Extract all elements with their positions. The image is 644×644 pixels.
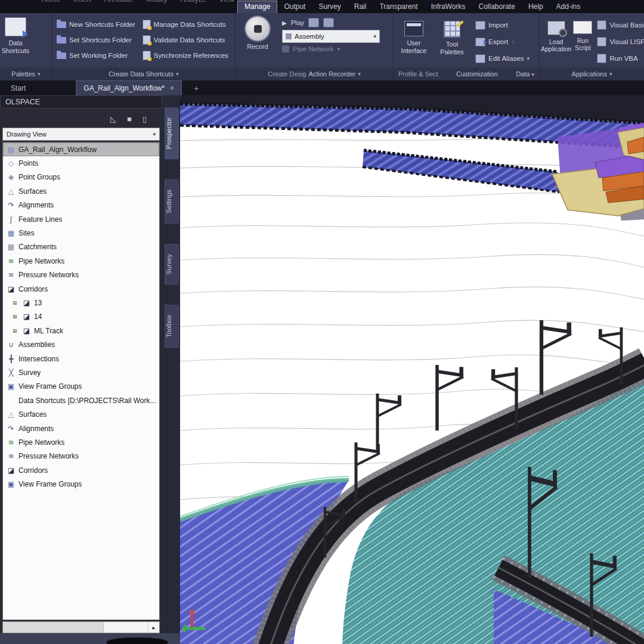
- feature-lines-icon: ∫: [7, 215, 16, 224]
- action-recorder-panel-footer[interactable]: Create Desig Action Recorder ▾: [236, 67, 393, 80]
- insert-base-point-icon[interactable]: [308, 18, 319, 27]
- visual-lisp-button[interactable]: Visual LISP: [594, 33, 644, 50]
- close-icon[interactable]: ×: [170, 84, 174, 92]
- tree-item-13[interactable]: ⊞◪13: [3, 296, 159, 309]
- tree-item-assemblies[interactable]: ∪Assemblies: [3, 338, 159, 351]
- ribbon-tab-add-ins[interactable]: Add-ins: [550, 1, 587, 13]
- civil3d-window: HomeInsertAnnotateModifyAnalyzeView Mana…: [0, 0, 644, 644]
- synchronize-references-button[interactable]: Synchronize References: [140, 48, 231, 63]
- tree-item-14[interactable]: ⊞◪14: [3, 310, 159, 324]
- chevron-down-icon: ▾: [176, 71, 179, 77]
- scrollbar-thumb[interactable]: [3, 622, 104, 633]
- run-script-button[interactable]: Run Script: [573, 17, 592, 67]
- validate-data-shortcuts-button[interactable]: Validate Data Shortcuts: [140, 32, 231, 48]
- customization-panel-footer[interactable]: Profile & Sect Customization Data ▾: [394, 67, 539, 80]
- tree-item-ga-rail-algn-workflow[interactable]: ▤GA_Rail_Algn_Workflow: [3, 143, 159, 156]
- alignments-icon: ↷: [7, 425, 16, 433]
- tree-item-corridors[interactable]: ◪Corridors: [3, 463, 159, 477]
- view-selector-dropdown[interactable]: Drawing View ▾: [2, 128, 160, 141]
- tree-item-label: Pressure Networks: [18, 271, 79, 279]
- assembly-dropdown[interactable]: Assembly ▾: [282, 30, 380, 43]
- play-button[interactable]: ▶ Play: [282, 18, 380, 27]
- visual-basic-button[interactable]: Visual Basic: [594, 17, 644, 33]
- horizontal-scrollbar[interactable]: ▸: [2, 621, 160, 633]
- insert-message-icon[interactable]: [323, 18, 334, 27]
- set-shortcuts-folder-button[interactable]: Set Shortcuts Folder: [54, 32, 138, 48]
- ribbon-tab-infraworks[interactable]: InfraWorks: [425, 1, 472, 13]
- tree-item-intersections[interactable]: ╋Intersections: [3, 352, 159, 366]
- tree-item-alignments[interactable]: ↷Alignments: [3, 422, 159, 435]
- action-recorder-panel: Record ▶ Play Assembly ▾: [236, 13, 394, 80]
- export-button[interactable]: Export ○: [472, 33, 532, 50]
- tree-item-survey[interactable]: ╳Survey: [3, 366, 159, 379]
- tree-item-pressure-networks[interactable]: ≋Pressure Networks: [3, 268, 159, 282]
- ribbon-tab-transparent[interactable]: Transparent: [373, 1, 424, 13]
- tree-item-surfaces[interactable]: △Surfaces: [3, 407, 159, 421]
- edit-aliases-button[interactable]: Edit Aliases ▾: [472, 50, 532, 67]
- run-vba-icon: [597, 54, 606, 63]
- toolspace-toolbar-icon-2[interactable]: ■: [127, 114, 132, 123]
- pipe-network-dropdown[interactable]: Pipe Network ▾: [282, 45, 380, 52]
- ribbon-tab-collaborate[interactable]: Collaborate: [472, 1, 522, 13]
- toolspace-toolbar-icon-1[interactable]: ◺: [110, 114, 116, 123]
- ribbon-tab-home[interactable]: Home: [35, 0, 67, 5]
- import-button[interactable]: Import: [472, 17, 532, 33]
- manage-data-shortcuts-button[interactable]: Manage Data Shortcuts: [140, 17, 231, 32]
- tree-item-surfaces[interactable]: △Surfaces: [3, 184, 159, 198]
- toolspace-toolbar-icon-3[interactable]: ▯: [143, 114, 147, 123]
- tree-item-pipe-networks[interactable]: ≋Pipe Networks: [3, 254, 159, 268]
- ribbon-tab-help[interactable]: Help: [522, 1, 550, 13]
- tree-item-pipe-networks[interactable]: ≋Pipe Networks: [3, 435, 159, 449]
- ribbon-tab-insert[interactable]: Insert: [67, 0, 98, 5]
- tree-item-feature-lines[interactable]: ∫Feature Lines: [3, 212, 159, 226]
- tree-item-catchments[interactable]: ▩Catchments: [3, 240, 159, 254]
- drawing-viewport[interactable]: [180, 95, 644, 644]
- ribbon-tab-analyze[interactable]: Analyze: [174, 0, 212, 5]
- new-shortcuts-folder-button[interactable]: New Shortcuts Folder: [54, 17, 138, 32]
- data-shortcuts-big-button[interactable]: Data Shortcuts: [0, 13, 37, 54]
- tree-item-view-frame-groups[interactable]: ▣View Frame Groups: [3, 380, 159, 394]
- toolspace-tab-toolbox[interactable]: Toolbox: [165, 305, 179, 348]
- ribbon-tab-survey[interactable]: Survey: [312, 1, 347, 13]
- tree-item-points[interactable]: ◇Points: [3, 156, 159, 170]
- run-vba-label: Run VBA: [609, 55, 637, 62]
- tree-item-sites[interactable]: ▦Sites: [3, 226, 159, 240]
- expander-icon[interactable]: ⊞: [13, 314, 19, 320]
- run-vba-button[interactable]: Run VBA: [594, 50, 644, 67]
- ribbon-tab-output[interactable]: Output: [277, 1, 312, 13]
- toolspace-tab-settings[interactable]: Settings: [165, 179, 179, 224]
- ribbon-tab-rail[interactable]: Rail: [348, 1, 373, 13]
- ribbon-tab-manage[interactable]: Manage: [237, 1, 277, 13]
- edit-aliases-label: Edit Aliases: [488, 55, 524, 62]
- new-drawing-tab-button[interactable]: +: [194, 80, 199, 95]
- data-shortcuts-panel: New Shortcuts FolderSet Shortcuts Folder…: [52, 13, 236, 80]
- tree-item-alignments[interactable]: ↷Alignments: [3, 199, 159, 212]
- scroll-right-button[interactable]: ▸: [148, 622, 159, 633]
- set-working-folder-button[interactable]: Set Working Folder: [54, 48, 138, 63]
- applications-panel-footer[interactable]: Applications ▾: [540, 67, 644, 80]
- record-button[interactable]: Record: [239, 17, 276, 52]
- toolspace-tab-prospector[interactable]: Prospector: [165, 107, 179, 159]
- tree-item-pressure-networks[interactable]: ≋Pressure Networks: [3, 450, 159, 463]
- expander-icon[interactable]: ⊞: [13, 328, 19, 334]
- ribbon-tab-modify[interactable]: Modify: [140, 0, 174, 5]
- user-interface-button[interactable]: User Interface: [396, 17, 432, 67]
- folder-icon: [57, 52, 66, 59]
- expander-icon[interactable]: ⊞: [13, 300, 19, 306]
- data-shortcuts-panel-footer[interactable]: Create Data Shortcuts ▾: [52, 67, 235, 80]
- document-tab[interactable]: GA_Rail_Algn_Workflow* ×: [76, 80, 182, 95]
- load-application-button[interactable]: Load Application: [541, 17, 571, 67]
- ribbon-tab-annotate[interactable]: Annotate: [98, 0, 140, 5]
- tree-item-view-frame-groups[interactable]: ▣View Frame Groups: [3, 477, 159, 491]
- tree-item-ml-track[interactable]: ⊞◪ML Track: [3, 324, 159, 338]
- tree-item-data-shortcuts-d-projects-rail-work[interactable]: Data Shortcuts [D:\PROJECTS\Rail Work...: [3, 394, 159, 407]
- tool-palettes-button[interactable]: Tool Palettes: [434, 17, 470, 67]
- edit-aliases-icon: [475, 54, 485, 63]
- palettes-panel-footer[interactable]: Palettes ▾: [0, 67, 52, 80]
- toolspace-tab-survey[interactable]: Survey: [165, 244, 179, 284]
- ribbon-tab-view[interactable]: View: [212, 0, 241, 5]
- tree-item-corridors[interactable]: ◪Corridors: [3, 282, 159, 296]
- tree-item-point-groups[interactable]: ◈Point Groups: [3, 171, 159, 184]
- start-tab[interactable]: Start: [0, 80, 36, 95]
- record-icon: [246, 17, 270, 41]
